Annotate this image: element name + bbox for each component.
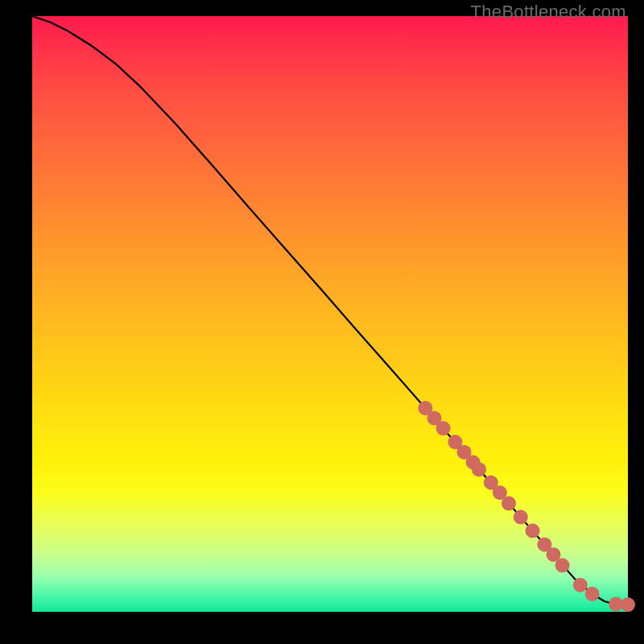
marker-group <box>418 401 635 612</box>
marker-point <box>472 462 486 477</box>
marker-point <box>573 578 588 592</box>
marker-point <box>502 496 516 510</box>
marker-point <box>585 587 600 601</box>
marker-point <box>555 558 570 572</box>
curve-line <box>32 16 628 605</box>
watermark-text: TheBottleneck.com <box>471 2 626 23</box>
marker-point <box>526 523 540 538</box>
chart-svg <box>32 16 628 612</box>
marker-point <box>514 510 528 524</box>
marker-point <box>436 421 451 436</box>
chart-area <box>32 16 628 612</box>
marker-point <box>621 597 635 612</box>
